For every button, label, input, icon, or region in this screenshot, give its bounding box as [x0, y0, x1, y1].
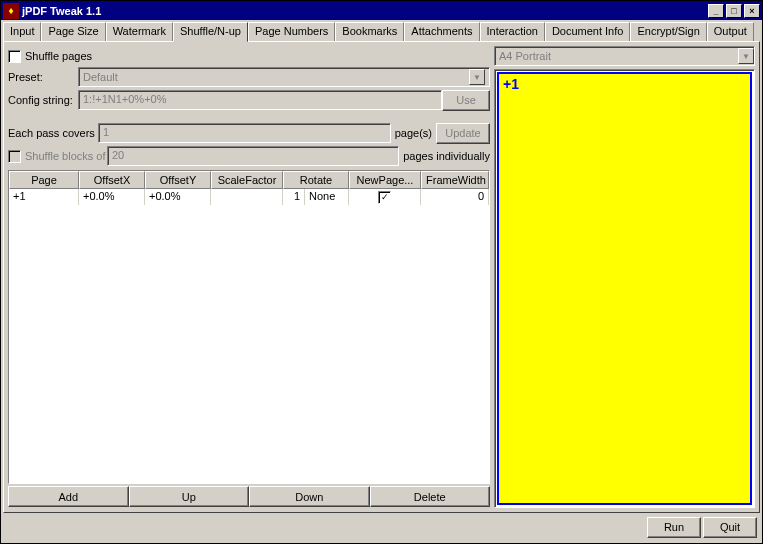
tab-bar: InputPage SizeWatermarkShuffle/N-upPage … [3, 22, 760, 41]
col-framewidth[interactable]: FrameWidth [421, 171, 489, 189]
newpage-checkbox[interactable] [378, 191, 391, 204]
titlebar: ♦ jPDF Tweak 1.1 _ □ × [1, 1, 762, 20]
cell-rotate-n[interactable]: 1 [283, 189, 305, 205]
chevron-down-icon: ▼ [738, 48, 754, 64]
preview-page: +1 [497, 72, 752, 505]
shuffle-blocks-checkbox[interactable] [8, 150, 21, 163]
maximize-button[interactable]: □ [726, 4, 742, 18]
tab-attachments[interactable]: Attachments [404, 22, 479, 41]
tab-document-info[interactable]: Document Info [545, 22, 631, 41]
cell-offsetx[interactable]: +0.0% [79, 189, 145, 205]
config-string-input[interactable]: 1:!+1N1+0%+0% [78, 90, 442, 110]
col-offsety[interactable]: OffsetY [145, 171, 211, 189]
individually-label: pages individually [399, 150, 490, 162]
shuffle-pages-label: Shuffle pages [25, 50, 92, 62]
tab-page-size[interactable]: Page Size [41, 22, 105, 41]
tab-input[interactable]: Input [3, 22, 41, 41]
pages-label: page(s) [391, 127, 436, 139]
down-button[interactable]: Down [249, 486, 370, 507]
add-button[interactable]: Add [8, 486, 129, 507]
tab-shuffle-n-up[interactable]: Shuffle/N-up [173, 22, 248, 42]
preview-page-label: +1 [503, 76, 519, 92]
tab-page-numbers[interactable]: Page Numbers [248, 22, 335, 41]
tab-encrypt-sign[interactable]: Encrypt/Sign [630, 22, 706, 41]
pages-table: Page OffsetX OffsetY ScaleFactor Rotate … [8, 170, 490, 484]
col-rotate[interactable]: Rotate [283, 171, 349, 189]
quit-button[interactable]: Quit [703, 517, 757, 538]
preset-value: Default [83, 71, 118, 83]
tab-output[interactable]: Output [707, 22, 754, 41]
shuffle-blocks-input[interactable]: 20 [107, 146, 399, 166]
cell-page[interactable]: +1 [9, 189, 79, 205]
close-button[interactable]: × [744, 4, 760, 18]
update-button[interactable]: Update [436, 123, 490, 144]
tab-bookmarks[interactable]: Bookmarks [335, 22, 404, 41]
config-label: Config string: [8, 94, 78, 106]
delete-button[interactable]: Delete [370, 486, 491, 507]
shuffle-pages-checkbox[interactable] [8, 50, 21, 63]
col-scalefactor[interactable]: ScaleFactor [211, 171, 283, 189]
col-offsetx[interactable]: OffsetX [79, 171, 145, 189]
cell-framewidth[interactable]: 0 [421, 189, 489, 205]
pass-covers-input[interactable]: 1 [98, 123, 391, 143]
pass-covers-label: Each pass covers [8, 127, 98, 139]
cell-offsety[interactable]: +0.0% [145, 189, 211, 205]
shuffle-blocks-label: Shuffle blocks of [25, 150, 107, 162]
use-button[interactable]: Use [442, 90, 490, 111]
tab-interaction[interactable]: Interaction [480, 22, 545, 41]
chevron-down-icon: ▼ [469, 69, 485, 85]
preset-select[interactable]: Default ▼ [78, 67, 490, 87]
preset-label: Preset: [8, 71, 78, 83]
cell-newpage[interactable] [349, 189, 421, 205]
col-newpage[interactable]: NewPage... [349, 171, 421, 189]
cell-scalefactor[interactable] [211, 189, 283, 205]
preview-format-select[interactable]: A4 Portrait ▼ [494, 46, 755, 66]
preview-format-value: A4 Portrait [499, 50, 551, 62]
run-button[interactable]: Run [647, 517, 701, 538]
preview-area: +1 [494, 69, 755, 508]
minimize-button[interactable]: _ [708, 4, 724, 18]
tab-watermark[interactable]: Watermark [106, 22, 173, 41]
up-button[interactable]: Up [129, 486, 250, 507]
window-title: jPDF Tweak 1.1 [22, 5, 706, 17]
cell-rotate[interactable]: None [305, 189, 349, 205]
table-row[interactable]: +1 +0.0% +0.0% 1 None 0 [9, 189, 489, 205]
col-page[interactable]: Page [9, 171, 79, 189]
app-icon: ♦ [3, 3, 19, 19]
